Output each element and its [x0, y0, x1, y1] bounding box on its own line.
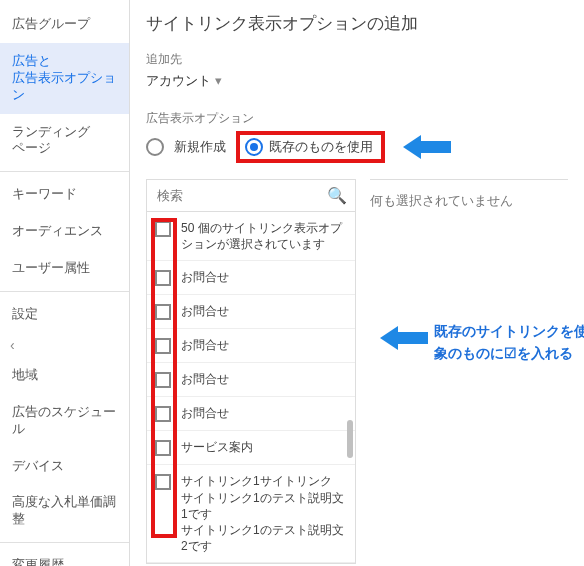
radio-existing[interactable]	[245, 138, 263, 156]
arrow-left-icon	[380, 326, 398, 350]
extension-option-label: 広告表示オプション	[146, 110, 568, 127]
list-item[interactable]: お問合せ	[147, 295, 355, 329]
sidebar: 広告グループ 広告と 広告表示オプション ランディング ページ キーワード オー…	[0, 0, 130, 566]
annotation-arrow-1	[403, 135, 451, 159]
selected-panel: 何も選択されていません	[370, 179, 568, 564]
sidebar-item-settings[interactable]: 設定	[0, 296, 129, 333]
sidebar-item-landing[interactable]: ランディング ページ	[0, 114, 129, 168]
list-item-text: お問合せ	[181, 405, 229, 421]
list-item-text: サイトリンク1サイトリンク サイトリンク1のテスト説明文1です サイトリンク1の…	[181, 473, 347, 554]
list-item[interactable]: お問合せ	[147, 329, 355, 363]
highlight-existing: 既存のものを使用	[236, 131, 385, 163]
scrollbar-thumb[interactable]	[347, 420, 353, 458]
radio-new[interactable]	[146, 138, 164, 156]
radio-new-label: 新規作成	[174, 138, 226, 156]
select-all-text: 50 個のサイトリンク表示オプションが選択されています	[181, 220, 347, 252]
sidebar-item-ads-extensions[interactable]: 広告と 広告表示オプション	[0, 43, 129, 114]
sidebar-item-keywords[interactable]: キーワード	[0, 176, 129, 213]
list-item[interactable]: お問合せ	[147, 397, 355, 431]
list-item-text: お問合せ	[181, 337, 229, 353]
sitelink-list: 🔍 50 個のサイトリンク表示オプションが選択されています お問合せ お問合せ …	[146, 179, 356, 564]
sidebar-item-schedule[interactable]: 広告のスケジュール	[0, 394, 129, 448]
checkbox[interactable]	[155, 270, 171, 286]
sidebar-item-bid-adj[interactable]: 高度な入札単価調整	[0, 484, 129, 538]
list-item-text: サービス案内	[181, 439, 253, 455]
checkbox[interactable]	[155, 221, 171, 237]
list-item-text: お問合せ	[181, 269, 229, 285]
caret-down-icon: ▾	[215, 73, 222, 88]
checkbox[interactable]	[155, 372, 171, 388]
list-item-text: お問合せ	[181, 303, 229, 319]
checkbox[interactable]	[155, 474, 171, 490]
chevron-left-icon[interactable]: ‹	[0, 333, 129, 357]
search-icon[interactable]: 🔍	[327, 186, 347, 205]
sidebar-item-history[interactable]: 変更履歴	[0, 547, 129, 566]
selected-empty-text: 何も選択されていません	[370, 193, 513, 208]
select-all-row[interactable]: 50 個のサイトリンク表示オプションが選択されています	[147, 212, 355, 261]
account-value: アカウント	[146, 73, 211, 88]
checkbox[interactable]	[155, 406, 171, 422]
checkbox[interactable]	[155, 304, 171, 320]
sidebar-item-audience[interactable]: オーディエンス	[0, 213, 129, 250]
annotation-text: 既存のサイトリンクを使う場合、対象のものに☑を入れる	[434, 320, 584, 365]
addto-label: 追加先	[146, 51, 568, 68]
list-item[interactable]: サービス案内	[147, 431, 355, 465]
list-item-text: お問合せ	[181, 371, 229, 387]
page-title: サイトリンク表示オプションの追加	[146, 12, 568, 35]
checkbox[interactable]	[155, 338, 171, 354]
sidebar-item-demographics[interactable]: ユーザー属性	[0, 250, 129, 287]
sidebar-item-location[interactable]: 地域	[0, 357, 129, 394]
list-item[interactable]: お問合せ	[147, 261, 355, 295]
checkbox[interactable]	[155, 440, 171, 456]
sidebar-item-device[interactable]: デバイス	[0, 448, 129, 485]
annotation-2: 既存のサイトリンクを使う場合、対象のものに☑を入れる	[380, 320, 584, 365]
sidebar-item-adgroup[interactable]: 広告グループ	[0, 6, 129, 43]
radio-existing-label: 既存のものを使用	[269, 138, 373, 156]
list-item[interactable]: お問合せ	[147, 363, 355, 397]
account-select[interactable]: アカウント ▾	[146, 72, 568, 90]
main-panel: サイトリンク表示オプションの追加 追加先 アカウント ▾ 広告表示オプション 新…	[130, 0, 584, 566]
search-input[interactable]	[155, 187, 327, 204]
list-item[interactable]: サイトリンク1サイトリンク サイトリンク1のテスト説明文1です サイトリンク1の…	[147, 465, 355, 563]
